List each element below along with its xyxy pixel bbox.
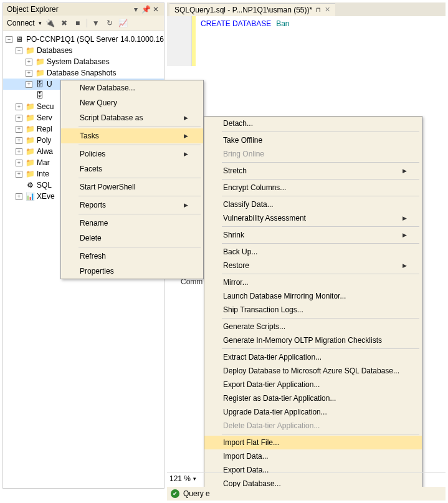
folder-icon: 📁 bbox=[35, 68, 45, 78]
submenu-arrow-icon: ▶ bbox=[184, 202, 188, 208]
menu-separator bbox=[79, 127, 201, 127]
status-success-icon: ✔ bbox=[171, 489, 179, 498]
zoom-level[interactable]: 121 % bbox=[169, 474, 191, 483]
submenu-arrow-icon: ▶ bbox=[184, 151, 188, 157]
submenu-arrow-icon: ▶ bbox=[184, 133, 188, 139]
menu-reports[interactable]: Reports▶ bbox=[61, 198, 203, 213]
menu-delete-datatier: Delete Data-tier Application... bbox=[204, 419, 422, 433]
xevent-icon: 📊 bbox=[25, 191, 35, 201]
code-editor[interactable]: CREATE DATABASE Ban bbox=[167, 16, 446, 66]
disconnect-icon[interactable]: ✖ bbox=[59, 18, 69, 28]
close-icon[interactable]: ✕ bbox=[151, 5, 160, 14]
menu-launch-mirroring-monitor[interactable]: Launch Database Mirroring Monitor... bbox=[204, 289, 422, 303]
menu-separator bbox=[222, 274, 419, 274]
menu-restore[interactable]: Restore▶ bbox=[204, 259, 422, 272]
connect-icon[interactable]: 🔌 bbox=[45, 18, 55, 28]
code-text[interactable]: CREATE DATABASE Ban bbox=[196, 16, 295, 66]
menu-facets[interactable]: Facets bbox=[61, 161, 203, 176]
object-explorer-toolbar: Connect ▾ 🔌 ✖ ■ ▼ ↻ 📈 bbox=[3, 16, 164, 31]
dropdown-icon[interactable]: ▾ bbox=[131, 5, 140, 14]
menu-separator bbox=[79, 178, 201, 178]
menu-delete[interactable]: Delete bbox=[61, 231, 203, 246]
menu-tasks[interactable]: Tasks▶ bbox=[61, 128, 203, 143]
folder-icon: 📁 bbox=[25, 135, 35, 145]
menu-ship-transaction-logs[interactable]: Ship Transaction Logs... bbox=[204, 303, 422, 317]
menu-vulnerability-assessment[interactable]: Vulnerability Assessment▶ bbox=[204, 211, 422, 225]
menu-policies[interactable]: Policies▶ bbox=[61, 146, 203, 161]
status-text: Query e bbox=[183, 489, 210, 498]
folder-icon: 📁 bbox=[25, 158, 35, 168]
folder-icon: 📁 bbox=[25, 113, 35, 123]
folder-icon: 📁 bbox=[25, 169, 35, 179]
system-databases-folder[interactable]: +📁System Databases bbox=[3, 56, 164, 67]
menu-separator bbox=[79, 214, 201, 214]
menu-upgrade-datatier[interactable]: Upgrade Data-tier Application... bbox=[204, 405, 422, 419]
document-tab[interactable]: SQLQuery1.sql - P...NP1Q1\usman (55))* ⊓… bbox=[169, 3, 335, 16]
tab-pin-icon[interactable]: ⊓ bbox=[316, 6, 321, 13]
folder-icon: 📁 bbox=[35, 57, 45, 67]
menu-properties[interactable]: Properties bbox=[61, 264, 203, 279]
panel-title: Object Explorer bbox=[7, 5, 59, 14]
menu-encrypt-columns[interactable]: Encrypt Columns... bbox=[204, 181, 422, 194]
menu-new-query[interactable]: New Query bbox=[61, 95, 203, 110]
menu-import-flat-file[interactable]: Import Flat File... bbox=[204, 436, 422, 449]
databases-folder[interactable]: −📁Databases bbox=[3, 45, 164, 56]
menu-extract-datatier[interactable]: Extract Data-tier Application... bbox=[204, 350, 422, 364]
menu-separator bbox=[79, 247, 201, 247]
menu-export-datatier[interactable]: Export Data-tier Application... bbox=[204, 378, 422, 391]
database-snapshots-folder[interactable]: +📁Database Snapshots bbox=[3, 67, 164, 79]
menu-separator bbox=[222, 434, 419, 434]
tasks-submenu: Detach... Take Offline Bring Online Stre… bbox=[204, 116, 422, 491]
menu-mirror[interactable]: Mirror... bbox=[204, 275, 422, 289]
menu-deploy-azure[interactable]: Deploy Database to Microsoft Azure SQL D… bbox=[204, 364, 422, 378]
connect-label[interactable]: Connect bbox=[7, 19, 35, 27]
menu-classify-data[interactable]: Classify Data... bbox=[204, 198, 422, 211]
editor-bottom-bar: 121 % ▾ bbox=[167, 472, 446, 484]
menu-take-offline[interactable]: Take Offline bbox=[204, 133, 422, 147]
menu-script-database[interactable]: Script Database as▶ bbox=[61, 110, 203, 125]
menu-separator bbox=[79, 145, 201, 145]
editor-area: SQLQuery1.sql - P...NP1Q1\usman (55))* ⊓… bbox=[167, 2, 446, 77]
folder-icon: 📁 bbox=[25, 102, 35, 112]
status-bar: ✔ Query e bbox=[167, 487, 446, 501]
menu-separator bbox=[222, 132, 419, 132]
menu-generate-scripts[interactable]: Generate Scripts... bbox=[204, 320, 422, 333]
sql-keyword: CREATE DATABASE bbox=[201, 19, 271, 28]
menu-rename[interactable]: Rename bbox=[61, 216, 203, 231]
zoom-dropdown-icon[interactable]: ▾ bbox=[193, 476, 196, 482]
sql-identifier: Ban bbox=[276, 19, 289, 28]
submenu-arrow-icon: ▶ bbox=[403, 232, 407, 238]
agent-icon: ⚙ bbox=[25, 180, 35, 190]
menu-backup[interactable]: Back Up... bbox=[204, 245, 422, 259]
menu-detach[interactable]: Detach... bbox=[204, 117, 422, 130]
menu-separator bbox=[222, 162, 419, 163]
tab-title: SQLQuery1.sql - P...NP1Q1\usman (55))* bbox=[174, 6, 312, 14]
server-node[interactable]: −🖥PO-CCNP1Q1 (SQL Server 14.0.1000.16 bbox=[3, 34, 164, 45]
folder-icon: 📁 bbox=[25, 146, 35, 156]
folder-icon: 📁 bbox=[25, 46, 35, 55]
menu-separator bbox=[222, 243, 419, 244]
menu-new-database[interactable]: New Database... bbox=[61, 80, 203, 95]
submenu-arrow-icon: ▶ bbox=[403, 168, 407, 174]
menu-separator bbox=[222, 348, 419, 349]
menu-separator bbox=[222, 318, 419, 319]
database-icon: 🗄 bbox=[35, 90, 45, 100]
refresh-icon[interactable]: ↻ bbox=[105, 18, 115, 28]
database-icon: 🗄 bbox=[35, 79, 45, 89]
filter-icon[interactable]: ▼ bbox=[91, 18, 101, 28]
submenu-arrow-icon: ▶ bbox=[403, 262, 407, 269]
activity-icon[interactable]: 📈 bbox=[118, 18, 128, 28]
menu-stretch[interactable]: Stretch▶ bbox=[204, 164, 422, 178]
menu-import-data[interactable]: Import Data... bbox=[204, 449, 422, 463]
menu-refresh[interactable]: Refresh bbox=[61, 249, 203, 264]
pin-icon[interactable]: 📌 bbox=[141, 5, 150, 14]
stop-icon[interactable]: ■ bbox=[73, 18, 83, 28]
tab-close-icon[interactable]: ✕ bbox=[325, 6, 330, 14]
submenu-arrow-icon: ▶ bbox=[184, 115, 188, 121]
submenu-arrow-icon: ▶ bbox=[403, 215, 407, 221]
menu-start-powershell[interactable]: Start PowerShell bbox=[61, 180, 203, 194]
menu-register-datatier[interactable]: Register as Data-tier Application... bbox=[204, 391, 422, 405]
menu-shrink[interactable]: Shrink▶ bbox=[204, 228, 422, 242]
object-explorer-titlebar: Object Explorer ▾ 📌 ✕ bbox=[3, 3, 164, 16]
menu-generate-inmemory-checklists[interactable]: Generate In-Memory OLTP Migration Checkl… bbox=[204, 333, 422, 347]
